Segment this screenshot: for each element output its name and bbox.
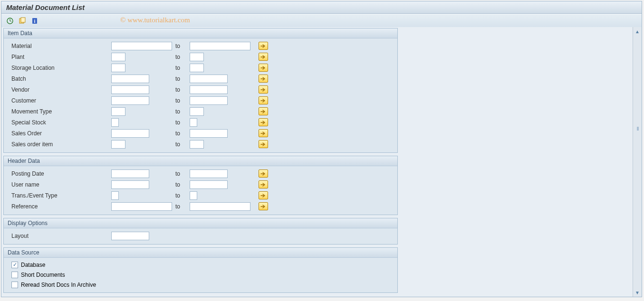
customer-to-input[interactable]	[190, 96, 228, 105]
multi-select-batch[interactable]	[259, 75, 268, 83]
checkbox-reread-arc[interactable]	[11, 282, 18, 288]
user-name-from-input[interactable]	[111, 180, 149, 189]
multi-select-trans-event-type[interactable]	[259, 191, 268, 199]
row-material: Materialto	[7, 40, 394, 51]
multi-select-movement-type[interactable]	[259, 107, 268, 115]
check-row-database: ✓Database	[7, 260, 394, 270]
label-layout: Layout	[7, 233, 111, 239]
movement-type-from-input[interactable]	[111, 107, 125, 116]
movement-type-to-input[interactable]	[190, 107, 204, 116]
label-customer: Customer	[7, 97, 111, 104]
multi-select-user-name[interactable]	[259, 180, 268, 188]
posting-date-to-input[interactable]	[190, 169, 228, 178]
watermark-text: © www.tutorialkart.com	[120, 16, 190, 24]
sales-order-item-to-input[interactable]	[190, 140, 204, 149]
row-sales-order-item: Sales order itemto	[7, 139, 394, 150]
special-stock-from-input[interactable]	[111, 118, 119, 127]
trans-event-type-from-input[interactable]	[111, 191, 119, 200]
multi-select-vendor[interactable]	[259, 85, 268, 94]
row-sales-order: Sales Orderto	[7, 128, 394, 139]
scroll-hint	[637, 127, 639, 131]
to-label-material: to	[175, 43, 190, 49]
label-reference: Reference	[7, 203, 111, 210]
reference-from-input[interactable]	[111, 202, 172, 211]
check-row-short-docs: Short Documents	[7, 270, 394, 280]
multi-select-material[interactable]	[259, 42, 268, 50]
sales-order-from-input[interactable]	[111, 129, 149, 138]
label-user-name: User name	[7, 181, 111, 188]
batch-from-input[interactable]	[111, 75, 149, 83]
multi-select-reference[interactable]	[259, 202, 268, 210]
row-vendor: Vendorto	[7, 84, 394, 95]
scroll-up-icon[interactable]: ▲	[634, 28, 641, 35]
trans-event-type-to-input[interactable]	[190, 191, 197, 200]
storage-location-from-input[interactable]	[111, 64, 125, 72]
sales-order-to-input[interactable]	[190, 129, 228, 138]
posting-date-from-input[interactable]	[111, 169, 149, 178]
group-header-data: Header Data Posting DatetoUser nametoTra…	[3, 156, 398, 215]
row-plant: Plantto	[7, 51, 394, 62]
multi-select-customer[interactable]	[259, 96, 268, 104]
to-label-sales-order: to	[175, 130, 190, 137]
row-batch: Batchto	[7, 73, 394, 84]
get-variant-button[interactable]	[18, 16, 27, 26]
plant-from-input[interactable]	[111, 53, 125, 61]
to-label-movement-type: to	[175, 108, 190, 115]
vendor-to-input[interactable]	[190, 85, 228, 94]
label-plant: Plant	[7, 54, 111, 60]
row-storage-location: Storage Locationto	[7, 62, 394, 73]
to-label-posting-date: to	[175, 170, 190, 177]
selection-screen: Item Data MaterialtoPlanttoStorage Locat…	[1, 27, 633, 297]
vendor-from-input[interactable]	[111, 85, 149, 94]
row-special-stock: Special Stockto	[7, 117, 394, 128]
label-sales-order-item: Sales order item	[7, 141, 111, 148]
to-label-vendor: to	[175, 86, 190, 93]
checkbox-label-database: Database	[21, 262, 45, 268]
label-trans-event-type: Trans./Event Type	[7, 192, 111, 199]
plant-to-input[interactable]	[190, 53, 204, 61]
user-name-to-input[interactable]	[190, 180, 228, 189]
to-label-batch: to	[175, 75, 190, 82]
to-label-trans-event-type: to	[175, 192, 190, 199]
check-row-reread-arc: Reread Short Docs In Archive	[7, 280, 394, 290]
customer-from-input[interactable]	[111, 96, 149, 105]
page-title: Material Document List	[1, 1, 642, 14]
row-user-name: User nameto	[7, 179, 394, 190]
layout-input[interactable]	[111, 232, 149, 240]
label-special-stock: Special Stock	[7, 119, 111, 126]
label-batch: Batch	[7, 75, 111, 82]
label-sales-order: Sales Order	[7, 130, 111, 137]
row-trans-event-type: Trans./Event Typeto	[7, 190, 394, 201]
material-to-input[interactable]	[190, 42, 250, 50]
row-posting-date: Posting Dateto	[7, 168, 394, 179]
multi-select-sales-order[interactable]	[259, 129, 268, 137]
multi-select-sales-order-item[interactable]	[259, 140, 268, 148]
multi-select-special-stock[interactable]	[259, 118, 268, 126]
to-label-reference: to	[175, 203, 190, 210]
label-storage-location: Storage Location	[7, 65, 111, 71]
storage-location-to-input[interactable]	[190, 64, 204, 72]
label-posting-date: Posting Date	[7, 170, 111, 177]
multi-select-plant[interactable]	[259, 53, 268, 61]
checkbox-database[interactable]: ✓	[11, 262, 18, 268]
info-button[interactable]: i	[30, 16, 39, 26]
execute-button[interactable]	[5, 16, 15, 26]
app-toolbar: i © www.tutorialkart.com	[1, 14, 642, 27]
material-from-input[interactable]	[111, 42, 172, 50]
multi-select-storage-location[interactable]	[259, 64, 268, 72]
svg-line-2	[10, 21, 11, 21]
checkbox-short-docs[interactable]	[11, 272, 18, 278]
to-label-special-stock: to	[175, 119, 190, 126]
group-display-options: Display Options Layout	[3, 218, 398, 245]
batch-to-input[interactable]	[190, 75, 228, 83]
multi-select-posting-date[interactable]	[259, 169, 268, 178]
row-reference: Referenceto	[7, 201, 394, 212]
sales-order-item-from-input[interactable]	[111, 140, 125, 149]
label-movement-type: Movement Type	[7, 108, 111, 115]
group-title-item-data: Item Data	[4, 28, 397, 38]
scroll-down-icon[interactable]: ▼	[634, 289, 641, 296]
vertical-scrollbar[interactable]: ▲ ▼	[633, 27, 642, 297]
svg-rect-4	[21, 18, 25, 22]
reference-to-input[interactable]	[190, 202, 250, 211]
special-stock-to-input[interactable]	[190, 118, 197, 127]
